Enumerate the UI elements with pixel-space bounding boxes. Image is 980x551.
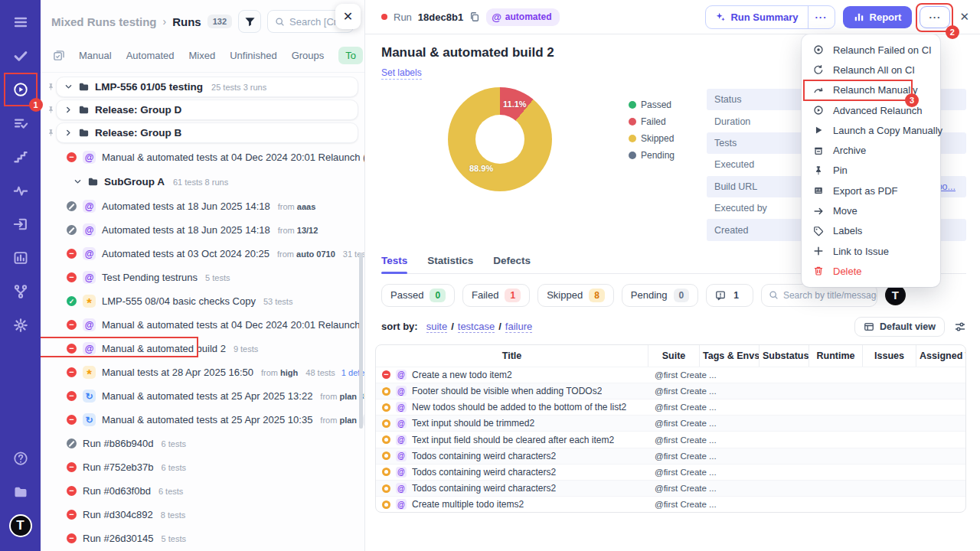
menu-item-launch-a-copy-manually[interactable]: Launch a Copy Manually	[802, 120, 940, 140]
menu-item-link-to-issue[interactable]: Link to Issue	[802, 241, 940, 261]
runs-tab-automated[interactable]: Automated	[126, 50, 175, 61]
run-summary-button[interactable]: Run Summary	[706, 6, 807, 28]
filter-chip-skipped[interactable]: Skipped8	[537, 284, 614, 307]
run-row[interactable]: Run #d304c8928 tests	[41, 503, 364, 527]
rail-projects-folder-icon[interactable]	[6, 478, 35, 507]
run-row[interactable]: @Automated tests at 18 Jun 2025 14:18fro…	[41, 218, 364, 242]
tab-tests[interactable]: Tests	[381, 255, 407, 273]
runs-scrollbar[interactable]	[359, 77, 363, 551]
table-row[interactable]: @Footer should be visible when adding TO…	[376, 383, 965, 399]
run-group-row[interactable]: Release: Group B	[45, 122, 358, 143]
column-header-substatus[interactable]: Substatus	[759, 345, 808, 367]
run-group-row[interactable]: Release: Group D	[45, 99, 358, 120]
menu-item-labels[interactable]: Labels	[802, 221, 940, 241]
menu-item-export-as-pdf[interactable]: Export as PDF	[802, 181, 940, 201]
tests-search-input[interactable]: Search by title/message	[761, 284, 877, 307]
run-row[interactable]: @Automated tests at 03 Oct 2024 20:25fro…	[41, 242, 364, 266]
filter-chip-comments[interactable]: 1	[706, 284, 753, 307]
rail-import-icon[interactable]	[6, 210, 35, 239]
rail-tasks-check-icon[interactable]	[6, 41, 35, 70]
table-row[interactable]: @Todos containing weird characters2@firs…	[376, 448, 965, 464]
filter-chip-passed[interactable]: Passed0	[381, 284, 455, 307]
menu-item-relaunch-manually[interactable]: Relaunch Manually3	[802, 80, 940, 100]
run-type-chip[interactable]: @automated	[486, 8, 559, 26]
close-run-detail-button[interactable]: ✕	[958, 10, 971, 24]
run-group-row[interactable]: SubGroup A61 tests 8 runs	[45, 171, 358, 192]
run-row[interactable]: Run #752eb37b6 tests	[41, 455, 364, 479]
run-row[interactable]: ↻Manual & automated tests at 25 Apr 2025…	[41, 384, 364, 408]
menu-item-advanced-relaunch[interactable]: Advanced Relaunch	[802, 100, 940, 120]
run-status-failed-icon	[67, 415, 77, 425]
table-row[interactable]: @Create multiple todo items2@first Creat…	[376, 496, 965, 512]
sort-link-failure[interactable]: failure	[505, 321, 532, 333]
report-button[interactable]: Report	[843, 6, 913, 28]
menu-item-move[interactable]: Move	[802, 201, 940, 220]
run-row[interactable]: *Manual tests at 28 Apr 2025 16:50from h…	[41, 360, 364, 384]
default-view-selector[interactable]: Default view	[854, 317, 945, 337]
runs-tab-unfinished[interactable]: Unfinished	[230, 50, 276, 61]
run-row[interactable]: @Manual & automated build 29 tests	[41, 337, 364, 360]
table-row[interactable]: @Text input should be trimmed2@first Cre…	[376, 415, 965, 431]
runs-tab-manual[interactable]: Manual	[79, 50, 112, 61]
run-summary-more-button[interactable]: ···	[808, 6, 835, 28]
tab-statistics[interactable]: Statistics	[427, 255, 473, 273]
run-detail-panel: Run 18dec8b1 @automated Run Summary ··· …	[365, 0, 980, 551]
run-row[interactable]: Run #26d301455 tests	[41, 527, 364, 550]
run-actions-menu-button[interactable]: ··· 2	[920, 6, 950, 28]
set-labels-link[interactable]: Set labels	[381, 67, 422, 80]
menu-item-relaunch-all-on-ci[interactable]: Relaunch All on CI	[802, 60, 940, 80]
table-row[interactable]: @Todos containing weird characters2@firs…	[376, 464, 965, 480]
menu-item-delete[interactable]: Delete	[802, 261, 940, 281]
tab-defects[interactable]: Defects	[493, 255, 531, 273]
runs-tab-to[interactable]: To	[338, 47, 363, 64]
copy-run-id-icon[interactable]	[469, 11, 480, 22]
sort-row: sort by: suite/testcase/failure Default …	[381, 317, 966, 337]
run-row[interactable]: @Manual & automated tests at 04 Dec 2024…	[41, 145, 364, 169]
run-row[interactable]: ↻Manual & automated tests at 25 Apr 2025…	[41, 408, 364, 432]
runs-tab-mixed[interactable]: Mixed	[189, 50, 216, 61]
rail-help-icon[interactable]	[6, 444, 35, 473]
run-group-row[interactable]: LMP-556 01/05 testing25 tests 3 runs	[45, 77, 358, 97]
column-header-title[interactable]: Title	[376, 345, 648, 367]
table-row[interactable]: @Create a new todo item2@first Create ..…	[376, 367, 965, 383]
run-row[interactable]: Run #0d63f0bd6 tests	[41, 479, 364, 503]
rail-pulse-icon[interactable]	[6, 176, 35, 205]
menu-item-archive[interactable]: Archive	[802, 140, 940, 160]
rail-checklist-icon[interactable]	[6, 109, 35, 138]
menu-item-relaunch-failed-on-ci[interactable]: Relaunch Failed on CI	[802, 40, 940, 60]
filter-chip-failed[interactable]: Failed1	[462, 284, 530, 307]
assignee-avatar[interactable]: T	[885, 285, 906, 305]
column-settings-icon[interactable]	[954, 321, 966, 333]
table-row[interactable]: @Text input field should be cleared afte…	[376, 431, 965, 447]
table-row[interactable]: @New todos should be added to the bottom…	[376, 399, 965, 415]
sort-link-testcase[interactable]: testcase	[458, 321, 495, 333]
column-header-suite[interactable]: Suite	[648, 345, 699, 367]
run-status-failed-icon	[67, 486, 77, 496]
rail-logo[interactable]: T	[6, 511, 35, 540]
rail-menu-icon[interactable]	[6, 8, 35, 37]
run-row[interactable]: @Test Pending testruns5 tests	[41, 266, 364, 289]
filter-chip-pending[interactable]: Pending0	[622, 284, 698, 307]
rail-settings-gear-icon[interactable]	[6, 311, 35, 340]
sort-link-suite[interactable]: suite	[426, 321, 447, 333]
column-header-issues[interactable]: Issues	[862, 345, 916, 367]
run-row[interactable]: Run #b86b940d6 tests	[41, 432, 364, 455]
run-row[interactable]: @Manual & automated tests at 04 Dec 2024…	[41, 313, 364, 337]
run-row[interactable]: @Automated tests at 18 Jun 2025 14:18fro…	[41, 194, 364, 218]
rail-analytics-icon[interactable]	[6, 243, 35, 272]
column-header-runtime[interactable]: Runtime	[808, 345, 862, 367]
menu-item-pin[interactable]: Pin	[802, 161, 940, 181]
close-panel-button[interactable]: ✕	[335, 4, 361, 29]
select-runs-icon[interactable]	[53, 50, 64, 61]
column-header-tags-envs[interactable]: Tags & Envs	[699, 345, 759, 367]
rail-runs-play-circle-icon[interactable]: 1	[6, 75, 35, 104]
rail-branches-icon[interactable]	[6, 277, 35, 306]
filter-button[interactable]	[238, 10, 261, 33]
breadcrumb-project[interactable]: Mixed Runs testing	[51, 15, 157, 28]
table-row[interactable]: @Todos containing weird characters2@firs…	[376, 480, 965, 496]
rail-steps-icon[interactable]	[6, 142, 35, 171]
column-header-assigned-to[interactable]: Assigned To	[916, 345, 965, 367]
run-row-title: Manual & automated tests at 04 Dec 2024 …	[102, 319, 361, 331]
run-row[interactable]: *LMP-555 08/04 basic checks Copy53 tests	[41, 289, 364, 313]
runs-tab-groups[interactable]: Groups	[292, 50, 325, 61]
